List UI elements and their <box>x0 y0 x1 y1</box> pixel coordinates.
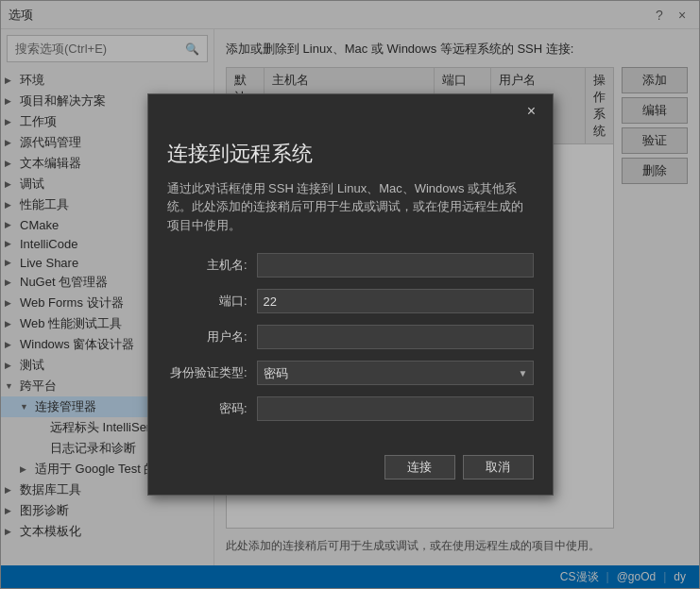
username-label: 用户名: <box>167 328 257 345</box>
password-input[interactable] <box>257 396 534 421</box>
auth-select[interactable]: 密码 私钥 <box>257 361 534 385</box>
port-label: 端口: <box>167 293 257 310</box>
hostname-input[interactable] <box>257 253 534 278</box>
dialog-content: 连接到远程系统 通过此对话框使用 SSH 连接到 Linux、Mac、Windo… <box>148 128 553 448</box>
password-label: 密码: <box>167 400 257 417</box>
username-input[interactable] <box>257 325 534 349</box>
dialog-title-bar: × <box>148 94 553 128</box>
auth-select-wrapper: 密码 私钥 ▼ <box>257 361 534 385</box>
dialog-main-title: 连接到远程系统 <box>167 140 534 168</box>
username-row: 用户名: <box>167 325 534 349</box>
dialog-description: 通过此对话框使用 SSH 连接到 Linux、Mac、Windows 或其他系统… <box>167 179 534 235</box>
hostname-label: 主机名: <box>167 257 257 274</box>
port-row: 端口: <box>167 289 534 313</box>
password-row: 密码: <box>167 396 534 421</box>
cancel-button[interactable]: 取消 <box>463 455 534 480</box>
dialog-footer: 连接 取消 <box>148 447 553 495</box>
auth-row: 身份验证类型: 密码 私钥 ▼ <box>167 361 534 385</box>
dialog-close-button[interactable]: × <box>522 102 541 121</box>
auth-label: 身份验证类型: <box>167 364 257 381</box>
port-input[interactable] <box>257 289 534 313</box>
dialog-overlay: × 连接到远程系统 通过此对话框使用 SSH 连接到 Linux、Mac、Win… <box>0 0 700 589</box>
connect-dialog: × 连接到远程系统 通过此对话框使用 SSH 连接到 Linux、Mac、Win… <box>147 93 554 496</box>
hostname-row: 主机名: <box>167 253 534 278</box>
connect-button[interactable]: 连接 <box>384 455 455 480</box>
